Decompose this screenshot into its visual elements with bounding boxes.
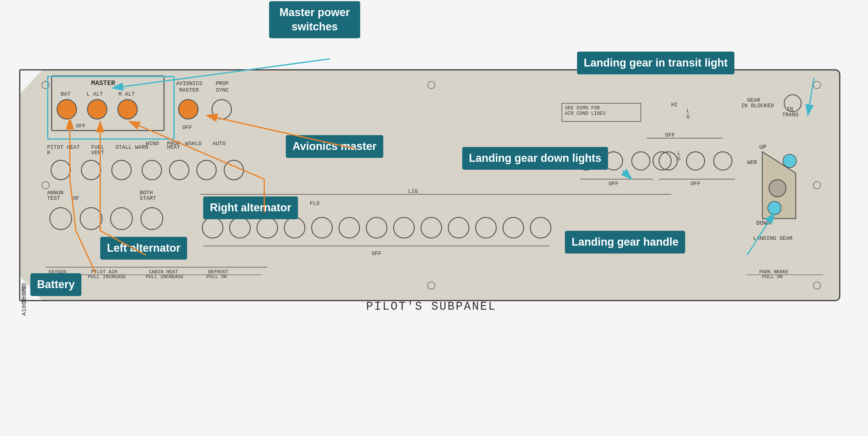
master-power-tooltip: Master power switches [269, 1, 360, 38]
svg-text:WSHLD: WSHLD [185, 141, 202, 147]
svg-text:DOWN: DOWN [756, 220, 771, 226]
main-container: MASTER BAT L ALT R ALT OFF AVIONICS MAST… [0, 0, 868, 436]
svg-text:SYNC: SYNC [216, 87, 229, 93]
svg-text:LANDING GEAR: LANDING GEAR [753, 235, 793, 241]
svg-text:OFF: OFF [665, 132, 675, 138]
svg-text:GEAR: GEAR [747, 97, 760, 103]
svg-text:PITOT HEAT: PITOT HEAT [47, 144, 80, 150]
svg-text:WIND: WIND [146, 141, 159, 147]
svg-text:AVIONICS: AVIONICS [176, 81, 202, 87]
svg-text:AUTO: AUTO [213, 141, 226, 147]
svg-point-20 [179, 100, 198, 119]
svg-text:ANNUN: ANNUN [47, 190, 63, 196]
svg-text:OFF: OFF [691, 181, 700, 187]
svg-text:S: S [677, 156, 681, 162]
svg-text:START: START [140, 195, 156, 201]
svg-text:L: L [686, 108, 690, 114]
svg-point-13 [88, 100, 107, 119]
svg-text:LIG: LIG [408, 188, 418, 194]
left-alternator-tooltip: Left alternator [100, 237, 187, 259]
svg-text:SEE DIMS FOR: SEE DIMS FOR [565, 105, 600, 111]
svg-text:MASTER: MASTER [179, 87, 199, 93]
landing-gear-transit-label: Landing gear in transit light [584, 57, 728, 69]
svg-text:R ALT: R ALT [119, 91, 135, 97]
panel-diagram: MASTER BAT L ALT R ALT OFF AVIONICS MAST… [18, 67, 844, 331]
landing-gear-down-label: Landing gear down lights [469, 152, 601, 164]
svg-text:TEST: TEST [47, 195, 60, 201]
svg-text:FLO: FLO [310, 200, 319, 207]
svg-text:IN BLOCKED: IN BLOCKED [741, 103, 774, 109]
svg-text:HI: HI [671, 102, 678, 108]
svg-text:WER: WER [747, 159, 757, 165]
svg-text:PILOT'S SUBPANEL: PILOT'S SUBPANEL [366, 300, 497, 313]
svg-text:STALL WARN: STALL WARN [116, 144, 148, 150]
svg-text:R: R [47, 150, 50, 156]
svg-text:A100E 900: A100E 900 [21, 283, 28, 316]
battery-tooltip: Battery [30, 273, 82, 296]
svg-text:L ALT: L ALT [87, 91, 103, 97]
svg-text:MASTER: MASTER [91, 80, 116, 87]
svg-text:OFF: OFF [182, 124, 192, 130]
right-alternator-label: Right alternator [210, 201, 291, 214]
svg-text:BAT: BAT [61, 91, 71, 97]
svg-text:BOTH: BOTH [140, 190, 153, 196]
svg-text:OF: OF [73, 195, 80, 201]
svg-text:HEAT: HEAT [167, 144, 180, 150]
landing-gear-down-tooltip: Landing gear down lights [462, 147, 608, 170]
svg-text:AIR COND LINES: AIR COND LINES [565, 111, 606, 116]
svg-text:OFF: OFF [609, 181, 618, 187]
avionics-master-label: Avionics master [292, 140, 377, 152]
avionics-master-tooltip: Avionics master [286, 135, 383, 158]
battery-label: Battery [37, 278, 75, 290]
left-alternator-label: Left alternator [107, 242, 180, 254]
right-alternator-tooltip: Right alternator [203, 196, 298, 219]
svg-text:OFF: OFF [372, 250, 381, 256]
svg-point-12 [57, 100, 76, 119]
svg-text:VENT: VENT [91, 150, 104, 156]
svg-text:G: G [686, 114, 690, 120]
svg-point-101 [768, 201, 781, 215]
landing-gear-handle-tooltip: Landing gear handle [565, 231, 685, 253]
svg-point-102 [783, 154, 796, 167]
svg-text:PROP: PROP [216, 81, 229, 87]
svg-text:OFF: OFF [76, 123, 86, 129]
svg-text:UP: UP [759, 144, 767, 151]
svg-point-14 [118, 100, 137, 119]
master-power-label: Master power switches [279, 6, 350, 33]
landing-gear-handle-label: Landing gear handle [571, 236, 679, 248]
landing-gear-transit-tooltip: Landing gear in transit light [577, 52, 734, 74]
svg-text:L: L [677, 150, 681, 156]
svg-rect-0 [20, 70, 840, 301]
svg-text:TRANS: TRANS [782, 112, 799, 118]
svg-point-97 [769, 180, 786, 197]
svg-text:FUEL: FUEL [91, 144, 104, 150]
